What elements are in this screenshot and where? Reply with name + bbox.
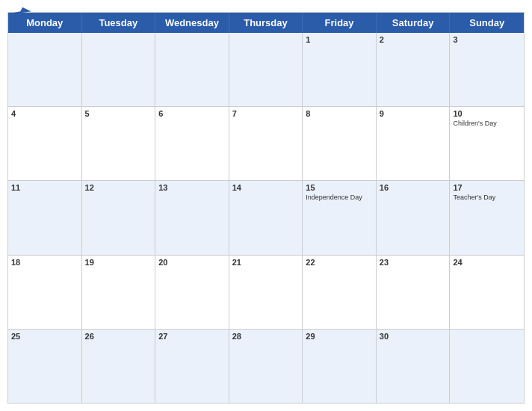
day-cell: 6	[155, 107, 229, 180]
logo	[12, 6, 35, 21]
day-cell: 13	[155, 181, 229, 254]
calendar-page: MondayTuesdayWednesdayThursdayFridaySatu…	[0, 0, 532, 411]
holiday-label: Children's Day	[453, 120, 521, 128]
day-number: 19	[85, 258, 152, 267]
day-cell: 2	[377, 33, 451, 106]
day-number: 8	[306, 109, 373, 118]
day-header-tuesday: Tuesday	[82, 13, 156, 33]
week-row-2: 45678910Children's Day	[8, 106, 524, 180]
day-number: 20	[158, 258, 226, 267]
day-cell: 12	[82, 181, 156, 254]
day-number: 4	[11, 109, 78, 118]
day-header-friday: Friday	[303, 13, 377, 33]
day-number: 25	[11, 332, 78, 341]
day-cell	[450, 330, 524, 403]
day-number: 12	[85, 183, 152, 192]
day-number: 30	[380, 332, 447, 341]
holiday-label: Teacher's Day	[453, 194, 521, 202]
day-number: 21	[232, 258, 300, 267]
calendar-header	[0, 0, 532, 12]
day-number: 24	[453, 258, 521, 267]
day-number: 6	[158, 109, 226, 118]
day-headers-row: MondayTuesdayWednesdayThursdayFridaySatu…	[8, 13, 524, 33]
day-header-wednesday: Wednesday	[155, 13, 229, 33]
day-number: 22	[306, 258, 373, 267]
day-cell: 9	[377, 107, 451, 180]
day-cell: 21	[229, 256, 303, 329]
day-cell: 16	[377, 181, 451, 254]
day-number: 5	[85, 109, 152, 118]
day-number: 17	[453, 183, 521, 192]
day-cell: 14	[229, 181, 303, 254]
day-number: 28	[232, 332, 300, 341]
day-header-thursday: Thursday	[229, 13, 303, 33]
day-number: 29	[306, 332, 373, 341]
day-cell	[155, 33, 229, 106]
holiday-label: Independence Day	[306, 194, 373, 202]
day-cell: 28	[229, 330, 303, 403]
calendar-grid: MondayTuesdayWednesdayThursdayFridaySatu…	[7, 12, 525, 404]
weeks-container: 12345678910Children's Day1112131415Indep…	[8, 33, 524, 403]
day-number: 13	[158, 183, 226, 192]
day-number: 27	[158, 332, 226, 341]
day-number: 16	[380, 183, 447, 192]
day-number: 15	[306, 183, 373, 192]
day-cell: 23	[377, 256, 451, 329]
day-cell: 24	[450, 256, 524, 329]
day-cell: 10Children's Day	[450, 107, 524, 180]
day-cell: 30	[377, 330, 451, 403]
day-number: 14	[232, 183, 300, 192]
day-number: 2	[380, 35, 447, 44]
day-header-sunday: Sunday	[450, 13, 524, 33]
day-cell: 7	[229, 107, 303, 180]
day-cell	[8, 33, 82, 106]
day-cell: 5	[82, 107, 156, 180]
day-number: 10	[453, 109, 521, 118]
week-row-1: 123	[8, 33, 524, 106]
day-number: 9	[380, 109, 447, 118]
day-number: 11	[11, 183, 78, 192]
day-number: 18	[11, 258, 78, 267]
day-cell: 15Independence Day	[303, 181, 377, 254]
day-number: 1	[306, 35, 373, 44]
day-cell: 1	[303, 33, 377, 106]
day-cell: 26	[82, 330, 156, 403]
day-cell: 20	[155, 256, 229, 329]
day-cell: 19	[82, 256, 156, 329]
week-row-3: 1112131415Independence Day1617Teacher's …	[8, 180, 524, 254]
day-number: 7	[232, 109, 300, 118]
week-row-5: 252627282930	[8, 329, 524, 403]
day-cell: 18	[8, 256, 82, 329]
day-cell: 27	[155, 330, 229, 403]
day-cell: 22	[303, 256, 377, 329]
day-cell: 3	[450, 33, 524, 106]
day-number: 23	[380, 258, 447, 267]
week-row-4: 18192021222324	[8, 255, 524, 329]
day-number: 3	[453, 35, 521, 44]
day-cell	[82, 33, 156, 106]
day-header-saturday: Saturday	[377, 13, 451, 33]
day-cell: 25	[8, 330, 82, 403]
day-number: 26	[85, 332, 152, 341]
day-cell: 4	[8, 107, 82, 180]
logo-icon	[12, 6, 33, 21]
day-cell	[229, 33, 303, 106]
day-cell: 17Teacher's Day	[450, 181, 524, 254]
day-cell: 29	[303, 330, 377, 403]
day-cell: 8	[303, 107, 377, 180]
day-cell: 11	[8, 181, 82, 254]
